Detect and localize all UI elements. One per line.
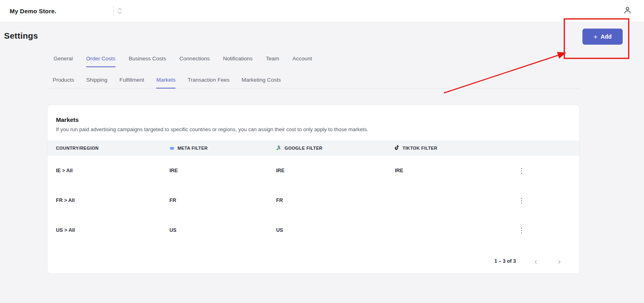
cell-country: FR > All (47, 198, 169, 203)
chevron-left-icon[interactable]: ‹ (532, 256, 540, 266)
kebab-menu-icon[interactable]: ⋮ (515, 196, 528, 206)
cell-meta-filter: US (169, 227, 276, 233)
tab-business-costs[interactable]: Business Costs (129, 56, 166, 67)
col-header-google: GOOGLE FILTER (276, 145, 395, 151)
table-row: FR > All FR FR ⋮ (47, 186, 579, 215)
cell-meta-filter: FR (169, 198, 276, 203)
col-header-country: COUNTRY/REGION (47, 146, 169, 150)
tab-connections[interactable]: Connections (180, 56, 210, 67)
table-header-row: COUNTRY/REGION ∞ META FILTER GOOGLE FILT… (47, 140, 579, 156)
add-button[interactable]: + Add (582, 29, 623, 45)
settings-tabs: General Order Costs Business Costs Conne… (47, 56, 580, 89)
cell-google-filter: US (276, 227, 395, 233)
tiktok-header-label: TIKTOK FILTER (402, 146, 438, 150)
meta-header-label: META FILTER (178, 146, 208, 150)
pagination: 1 – 3 of 3 ‹ › (494, 256, 563, 266)
meta-infinity-icon: ∞ (169, 145, 175, 151)
cell-tiktok-filter: IRE (395, 168, 504, 173)
topbar-divider (114, 6, 114, 16)
tab-order-costs[interactable]: Order Costs (86, 56, 116, 67)
tiktok-note-icon (395, 145, 400, 151)
subtab-transaction-fees[interactable]: Transaction Fees (188, 77, 229, 89)
person-icon (623, 6, 632, 16)
table-row: US > All US US ⋮ (47, 215, 579, 245)
kebab-menu-icon[interactable]: ⋮ (515, 225, 528, 235)
cell-actions: ⋮ (504, 166, 579, 176)
store-switcher[interactable]: My Demo Store. (10, 6, 122, 16)
subtab-markets[interactable]: Markets (156, 77, 175, 89)
card-title: Markets (56, 116, 579, 123)
country-header-label: COUNTRY/REGION (56, 146, 99, 150)
cell-google-filter: FR (276, 198, 395, 203)
subtab-shipping[interactable]: Shipping (86, 77, 107, 89)
tab-general[interactable]: General (54, 56, 73, 67)
table-row: IE > All IRE IRE IRE ⋮ (47, 156, 579, 186)
page-title: Settings (4, 31, 38, 41)
cell-meta-filter: IRE (169, 168, 276, 173)
col-header-meta: ∞ META FILTER (169, 145, 276, 151)
markets-card: Markets If you run paid advertising camp… (47, 105, 580, 274)
kebab-menu-icon[interactable]: ⋮ (515, 166, 528, 176)
subtab-fulfillment[interactable]: Fulfillment (120, 77, 144, 89)
card-description: If you run paid advertising campaigns ta… (56, 126, 571, 132)
chevron-updown-icon[interactable] (117, 7, 122, 14)
primary-tabs: General Order Costs Business Costs Conne… (47, 56, 580, 67)
subtab-marketing-costs[interactable]: Marketing Costs (242, 77, 281, 89)
tab-notifications[interactable]: Notifications (223, 56, 253, 67)
cell-google-filter: IRE (276, 168, 395, 173)
subtab-products[interactable]: Products (53, 77, 74, 89)
topbar: My Demo Store. (0, 0, 644, 22)
cell-country: IE > All (47, 168, 169, 173)
account-menu-button[interactable] (623, 6, 632, 16)
cell-country: US > All (47, 227, 169, 233)
cell-actions: ⋮ (504, 196, 579, 206)
tab-account[interactable]: Account (292, 56, 312, 67)
col-header-tiktok: TIKTOK FILTER (395, 145, 504, 151)
google-header-label: GOOGLE FILTER (285, 146, 322, 150)
cell-actions: ⋮ (504, 225, 579, 235)
store-name: My Demo Store. (10, 8, 114, 14)
add-button-label: Add (601, 33, 611, 40)
secondary-tabs: Products Shipping Fulfillment Markets Tr… (47, 77, 580, 89)
google-ads-icon (276, 145, 282, 151)
plus-icon: + (593, 33, 597, 40)
tab-team[interactable]: Team (266, 56, 279, 67)
pagination-range: 1 – 3 of 3 (494, 258, 516, 264)
chevron-right-icon[interactable]: › (555, 256, 563, 266)
